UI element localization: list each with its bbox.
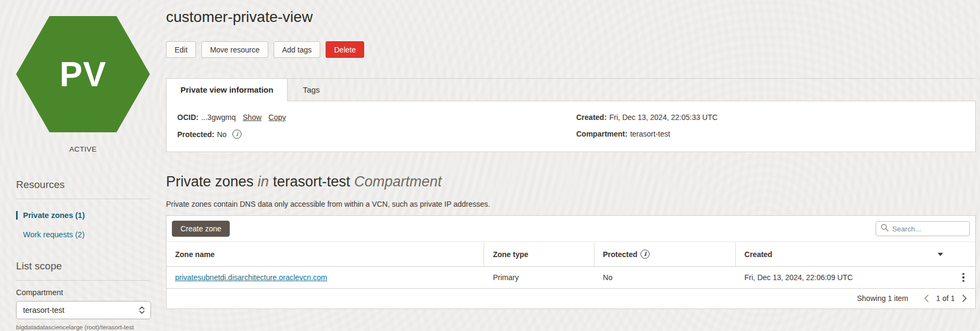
compartment-path: bigdatadatasciencelarge (root)/terasort-… bbox=[16, 324, 150, 330]
divider bbox=[16, 199, 150, 199]
search-icon bbox=[880, 223, 889, 234]
sidebar-item-private-zones[interactable]: Private zones (1) bbox=[16, 211, 150, 220]
created-cell: Fri, Dec 13, 2024, 22:06:09 UTC bbox=[736, 267, 952, 288]
created-value: Fri, Dec 13, 2024, 22:05:33 UTC bbox=[609, 113, 718, 122]
sidebar-item-work-requests[interactable]: Work requests (2) bbox=[16, 230, 150, 239]
table-row: privatesubnetdi.disarchitecture.oraclevc… bbox=[167, 267, 975, 289]
list-scope-heading: List scope bbox=[16, 260, 150, 272]
private-zones-table-panel: Create zone Zone name Zone type bbox=[166, 215, 976, 309]
compartment-value: terasort-test bbox=[630, 130, 670, 138]
protected-column-info-icon[interactable]: i bbox=[640, 250, 650, 259]
divider bbox=[16, 280, 150, 281]
page-title: customer-private-view bbox=[166, 9, 976, 26]
action-buttons: Edit Move resource Add tags Delete bbox=[166, 41, 976, 58]
protected-value: No bbox=[217, 130, 227, 139]
tab-private-view-information[interactable]: Private view information bbox=[166, 78, 288, 101]
created-label: Created: bbox=[576, 113, 607, 122]
app-root: PV ACTIVE Resources Private zones (1) Wo… bbox=[0, 0, 980, 331]
search-box[interactable] bbox=[876, 221, 970, 236]
info-right-column: Created: Fri, Dec 13, 2024, 22:05:33 UTC… bbox=[576, 113, 718, 139]
compartment-select[interactable]: terasort-test bbox=[16, 301, 151, 319]
table-toolbar: Create zone bbox=[167, 216, 975, 242]
ocid-copy-link[interactable]: Copy bbox=[268, 113, 286, 122]
ocid-show-link[interactable]: Show bbox=[243, 113, 261, 122]
main-content: customer-private-view Edit Move resource… bbox=[161, 0, 980, 331]
pagination-prev-icon[interactable] bbox=[923, 294, 930, 303]
protected-label: Protected: bbox=[177, 130, 214, 139]
edit-button[interactable]: Edit bbox=[166, 41, 196, 58]
heading-prefix: Private zones bbox=[166, 174, 254, 190]
private-view-information-panel: OCID: ...3gwgmq Show Copy Protected: No … bbox=[166, 101, 976, 152]
move-resource-button[interactable]: Move resource bbox=[201, 41, 268, 58]
protected-row: Protected: No i bbox=[177, 130, 576, 139]
info-icon[interactable]: i bbox=[232, 130, 242, 139]
create-zone-button[interactable]: Create zone bbox=[172, 221, 230, 237]
compartment-label: Compartment: bbox=[576, 130, 628, 138]
column-header-actions bbox=[952, 247, 975, 262]
table-header-row: Zone name Zone type Protected i Created bbox=[167, 242, 975, 267]
sidebar-item-work-requests-label[interactable]: Work requests (2) bbox=[16, 230, 85, 239]
tab-bar-rest: Tags bbox=[288, 78, 976, 101]
column-header-created[interactable]: Created bbox=[736, 243, 952, 266]
ocid-label: OCID: bbox=[177, 113, 199, 122]
page-indicator: 1 of 1 bbox=[936, 294, 955, 303]
heading-in: in bbox=[258, 174, 269, 190]
heading-compartment-name: terasort-test bbox=[273, 174, 350, 190]
column-header-protected[interactable]: Protected i bbox=[594, 242, 736, 266]
ocid-value: ...3gwgmq bbox=[201, 113, 236, 122]
compartment-row: Compartment: terasort-test bbox=[576, 130, 718, 138]
resources-nav: Private zones (1) Work requests (2) bbox=[16, 211, 150, 239]
tab-bar: Private view information Tags bbox=[166, 78, 976, 101]
resources-heading: Resources bbox=[16, 179, 150, 191]
tab-tags[interactable]: Tags bbox=[288, 79, 335, 101]
row-actions-menu-icon[interactable] bbox=[952, 270, 975, 285]
zone-name-link[interactable]: privatesubnetdi.disarchitecture.oraclevc… bbox=[175, 273, 327, 282]
table-footer: Showing 1 item 1 of 1 bbox=[167, 289, 975, 309]
info-left-column: OCID: ...3gwgmq Show Copy Protected: No … bbox=[177, 113, 576, 139]
column-header-zone-name[interactable]: Zone name bbox=[167, 243, 484, 266]
private-zones-description: Private zones contain DNS data only acce… bbox=[166, 200, 976, 208]
private-zones-heading: Private zones in terasort-test Compartme… bbox=[166, 174, 976, 190]
column-header-zone-type[interactable]: Zone type bbox=[484, 243, 594, 266]
zone-type-cell: Primary bbox=[484, 267, 594, 288]
zone-name-cell: privatesubnetdi.disarchitecture.oraclevc… bbox=[167, 267, 484, 288]
delete-button[interactable]: Delete bbox=[326, 41, 364, 58]
protected-cell: No bbox=[594, 267, 736, 288]
compartment-select-value: terasort-test bbox=[23, 306, 64, 314]
select-chevrons-icon bbox=[139, 305, 145, 315]
pagination: 1 of 1 bbox=[923, 294, 968, 303]
created-row: Created: Fri, Dec 13, 2024, 22:05:33 UTC bbox=[576, 113, 718, 122]
resource-avatar-hexagon-icon: PV bbox=[16, 16, 150, 132]
ocid-row: OCID: ...3gwgmq Show Copy bbox=[177, 113, 576, 122]
search-input[interactable] bbox=[892, 225, 965, 233]
sort-descending-icon[interactable] bbox=[938, 253, 943, 256]
compartment-field-label: Compartment bbox=[16, 288, 150, 297]
heading-suffix: Compartment bbox=[354, 174, 442, 190]
avatar-initials: PV bbox=[59, 55, 106, 94]
sidebar: PV ACTIVE Resources Private zones (1) Wo… bbox=[0, 0, 161, 331]
showing-items-text: Showing 1 item bbox=[857, 294, 908, 303]
add-tags-button[interactable]: Add tags bbox=[274, 41, 320, 58]
status-badge: ACTIVE bbox=[16, 145, 150, 153]
pagination-next-icon[interactable] bbox=[961, 294, 968, 303]
sidebar-item-private-zones-label[interactable]: Private zones (1) bbox=[16, 211, 85, 220]
